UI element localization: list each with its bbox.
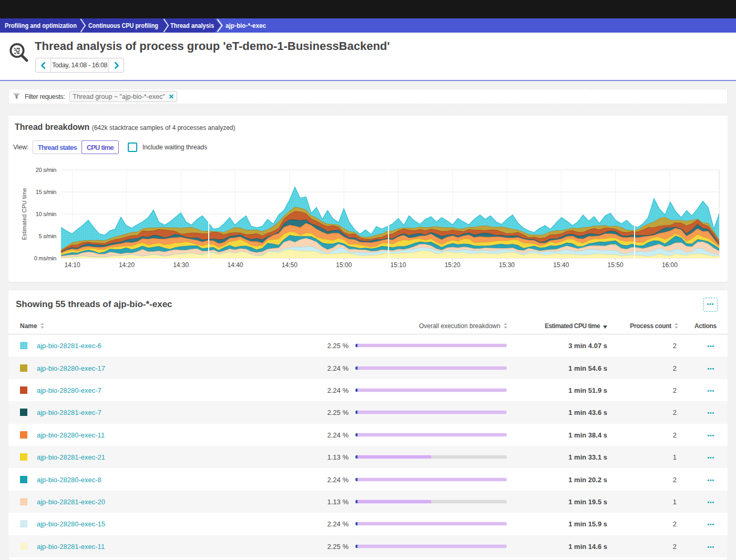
svg-text:0 ms/min: 0 ms/min (34, 255, 56, 261)
svg-text:Estimated CPU time: Estimated CPU time (21, 188, 27, 240)
svg-text:15:30: 15:30 (499, 261, 515, 269)
svg-text:15:20: 15:20 (445, 261, 461, 269)
svg-text:14:50: 14:50 (282, 261, 298, 269)
svg-text:Continuous CPU profiling: Continuous CPU profiling (88, 22, 158, 29)
svg-text:Profiling and optimization: Profiling and optimization (5, 22, 77, 29)
svg-text:Thread analysis: Thread analysis (170, 22, 214, 29)
svg-text:15:00: 15:00 (336, 261, 352, 269)
svg-text:14:40: 14:40 (227, 261, 243, 269)
svg-text:16:00: 16:00 (662, 261, 678, 269)
svg-text:14:10: 14:10 (65, 261, 80, 269)
svg-text:20 s/min: 20 s/min (36, 167, 56, 173)
svg-text:14:20: 14:20 (119, 261, 135, 269)
svg-text:15:40: 15:40 (553, 261, 569, 269)
svg-text:5 s/min: 5 s/min (39, 233, 57, 239)
svg-text:10 s/min: 10 s/min (36, 211, 56, 217)
svg-text:15 s/min: 15 s/min (36, 189, 56, 195)
svg-text:ajp-bio-*-exec: ajp-bio-*-exec (226, 22, 266, 29)
svg-text:15:10: 15:10 (390, 261, 406, 269)
svg-text:15:50: 15:50 (608, 261, 623, 269)
svg-text:14:30: 14:30 (173, 261, 189, 269)
